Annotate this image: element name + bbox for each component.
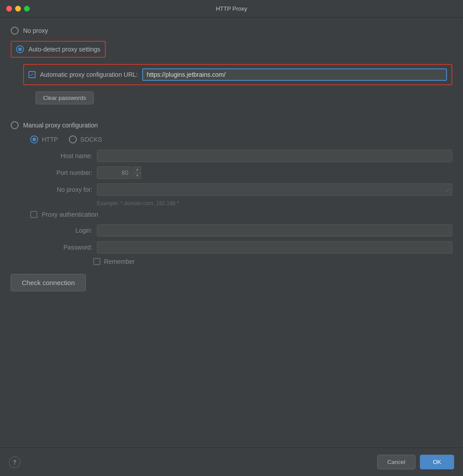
password-input[interactable] bbox=[97, 241, 452, 254]
login-label: Login: bbox=[30, 227, 92, 234]
socks-label: SOCKS bbox=[80, 136, 102, 143]
ok-button[interactable]: OK bbox=[420, 455, 454, 469]
no-proxy-for-label: No proxy for: bbox=[30, 186, 92, 193]
password-row: Password: bbox=[30, 241, 452, 254]
no-proxy-for-wrap: ⤢ bbox=[97, 183, 452, 196]
proxy-auth-label: Proxy authentication bbox=[42, 211, 98, 218]
host-name-row: Host name: bbox=[30, 150, 452, 162]
maximize-button[interactable] bbox=[24, 6, 30, 12]
login-row: Login: bbox=[30, 224, 452, 237]
no-proxy-for-row: No proxy for: ⤢ Example: *.domain.com, 1… bbox=[30, 183, 452, 206]
bottom-actions: Cancel OK bbox=[377, 455, 454, 469]
protocol-row: HTTP SOCKS bbox=[30, 135, 452, 143]
check-connection-button[interactable]: Check connection bbox=[11, 274, 86, 291]
port-spinner: ▲ ▼ bbox=[133, 167, 141, 179]
socks-radio[interactable] bbox=[69, 135, 77, 143]
port-down-button[interactable]: ▼ bbox=[133, 173, 141, 179]
auto-detect-radio[interactable] bbox=[16, 45, 24, 53]
password-label: Password: bbox=[30, 244, 92, 251]
remember-label: Remember bbox=[104, 258, 135, 265]
main-content: No proxy Auto-detect proxy settings ✓ Au… bbox=[0, 18, 463, 448]
http-label: HTTP bbox=[42, 136, 58, 143]
port-number-field: ▲ ▼ bbox=[97, 167, 452, 179]
auto-detect-section: Auto-detect proxy settings bbox=[11, 41, 106, 58]
auto-detect-label: Auto-detect proxy settings bbox=[28, 46, 100, 53]
auto-config-url-label: Automatic proxy configuration URL: bbox=[40, 71, 138, 78]
host-name-label: Host name: bbox=[30, 152, 92, 159]
close-button[interactable] bbox=[6, 6, 12, 12]
help-button[interactable]: ? bbox=[9, 456, 20, 468]
proxy-url-row: ✓ Automatic proxy configuration URL: bbox=[23, 64, 452, 85]
manual-proxy-section: Manual proxy configuration HTTP SOCKS Ho… bbox=[11, 121, 452, 265]
manual-proxy-radio[interactable] bbox=[11, 121, 19, 129]
titlebar: HTTP Proxy bbox=[0, 0, 463, 18]
socks-option[interactable]: SOCKS bbox=[69, 135, 102, 143]
no-proxy-label: No proxy bbox=[23, 27, 48, 34]
port-number-label: Port number: bbox=[30, 169, 92, 176]
no-proxy-radio[interactable] bbox=[11, 27, 19, 35]
proxy-auth-checkbox[interactable] bbox=[30, 211, 37, 218]
port-up-button[interactable]: ▲ bbox=[133, 167, 141, 173]
port-number-input[interactable] bbox=[97, 167, 132, 179]
remember-row[interactable]: Remember bbox=[93, 258, 452, 265]
clear-passwords-button[interactable]: Clear passwords bbox=[36, 91, 94, 104]
window-title: HTTP Proxy bbox=[216, 5, 247, 12]
no-proxy-for-input[interactable] bbox=[97, 183, 452, 196]
port-number-row: Port number: ▲ ▼ bbox=[30, 167, 452, 179]
example-text: Example: *.domain.com, 192.168.* bbox=[97, 200, 452, 206]
manual-proxy-label: Manual proxy configuration bbox=[23, 122, 98, 129]
login-input[interactable] bbox=[97, 224, 452, 237]
no-proxy-row[interactable]: No proxy bbox=[11, 27, 452, 35]
auto-config-url-input[interactable] bbox=[142, 68, 447, 81]
http-radio[interactable] bbox=[30, 135, 38, 143]
remember-checkbox[interactable] bbox=[93, 258, 100, 265]
titlebar-buttons bbox=[6, 6, 30, 12]
host-name-input[interactable] bbox=[97, 150, 452, 162]
proxy-auth-row[interactable]: Proxy authentication bbox=[30, 211, 452, 218]
auto-config-checkbox[interactable]: ✓ bbox=[28, 71, 36, 78]
cancel-button[interactable]: Cancel bbox=[377, 455, 415, 469]
http-option[interactable]: HTTP bbox=[30, 135, 58, 143]
bottom-bar: ? Cancel OK bbox=[0, 448, 463, 476]
manual-proxy-row[interactable]: Manual proxy configuration bbox=[11, 121, 452, 129]
minimize-button[interactable] bbox=[15, 6, 21, 12]
